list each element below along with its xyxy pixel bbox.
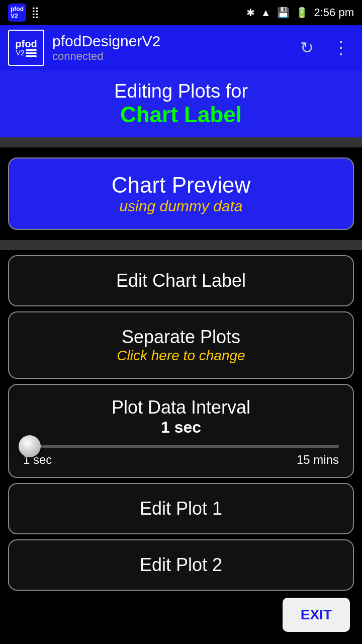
divider-2 bbox=[0, 240, 362, 250]
chart-label-value: Chart Label bbox=[8, 102, 354, 127]
slider-thumb[interactable] bbox=[19, 435, 41, 457]
app-title-group: pfodDesignerV2 connected bbox=[52, 33, 288, 63]
chart-preview-subtitle: using dummy data bbox=[17, 198, 345, 215]
chart-preview-button[interactable]: Chart Preview using dummy data bbox=[8, 157, 354, 230]
wifi-icon: ▲ bbox=[261, 7, 271, 19]
hamburger-icon bbox=[26, 49, 37, 57]
edit-plot1-button[interactable]: Edit Plot 1 bbox=[8, 483, 354, 534]
app-title: pfodDesignerV2 bbox=[52, 33, 288, 50]
slider-labels: 1 sec 15 mins bbox=[23, 453, 339, 467]
barcode-icon: ⣿ bbox=[31, 6, 39, 19]
bluetooth-icon: ✱ bbox=[246, 7, 255, 19]
plot-interval-section: Plot Data Interval 1 sec 1 sec 15 mins bbox=[8, 384, 354, 478]
edit-chart-label-text: Edit Chart Label bbox=[17, 270, 345, 291]
interval-value: 1 sec bbox=[23, 418, 339, 437]
edit-plot2-button[interactable]: Edit Plot 2 bbox=[8, 539, 354, 591]
separate-plots-button[interactable]: Separate Plots Click here to change bbox=[8, 311, 354, 379]
editing-label: Editing Plots for bbox=[8, 80, 354, 102]
app-logo-pfod: pfod bbox=[15, 39, 37, 49]
interval-slider-container[interactable] bbox=[23, 445, 339, 448]
storage-icon: 💾 bbox=[277, 7, 290, 19]
divider-1 bbox=[0, 137, 362, 147]
separate-plots-subtitle: Click here to change bbox=[17, 348, 345, 364]
more-options-icon: ⋮ bbox=[332, 37, 350, 58]
chart-preview-title: Chart Preview bbox=[17, 173, 345, 198]
battery-icon: 🔋 bbox=[296, 7, 308, 19]
app-logo: pfod V2 bbox=[8, 30, 44, 66]
refresh-button[interactable]: ↻ bbox=[296, 34, 318, 61]
status-bar: pfodV2 ⣿ ✱ ▲ 💾 🔋 2:56 pm bbox=[0, 0, 362, 25]
edit-plot2-text: Edit Plot 2 bbox=[17, 554, 345, 576]
interval-title: Plot Data Interval bbox=[23, 397, 339, 418]
edit-plot1-text: Edit Plot 1 bbox=[17, 498, 345, 519]
slider-track bbox=[23, 445, 339, 448]
app-bar-actions: ↻ ⋮ bbox=[296, 33, 354, 62]
refresh-icon: ↻ bbox=[300, 39, 314, 57]
more-options-button[interactable]: ⋮ bbox=[328, 33, 354, 62]
app-logo-v2: V2 bbox=[16, 49, 36, 57]
app-bar: pfod V2 pfodDesignerV2 connected ↻ ⋮ bbox=[0, 25, 362, 70]
status-bar-left: pfodV2 ⣿ bbox=[8, 4, 39, 22]
separate-plots-text: Separate Plots bbox=[17, 327, 345, 348]
exit-button[interactable]: EXIT bbox=[283, 598, 350, 632]
edit-chart-label-button[interactable]: Edit Chart Label bbox=[8, 255, 354, 306]
connection-status: connected bbox=[52, 50, 288, 63]
editing-header: Editing Plots for Chart Label bbox=[0, 70, 362, 137]
status-bar-right: ✱ ▲ 💾 🔋 2:56 pm bbox=[246, 6, 354, 19]
slider-max-label: 15 mins bbox=[297, 453, 339, 467]
status-time: 2:56 pm bbox=[314, 6, 354, 19]
